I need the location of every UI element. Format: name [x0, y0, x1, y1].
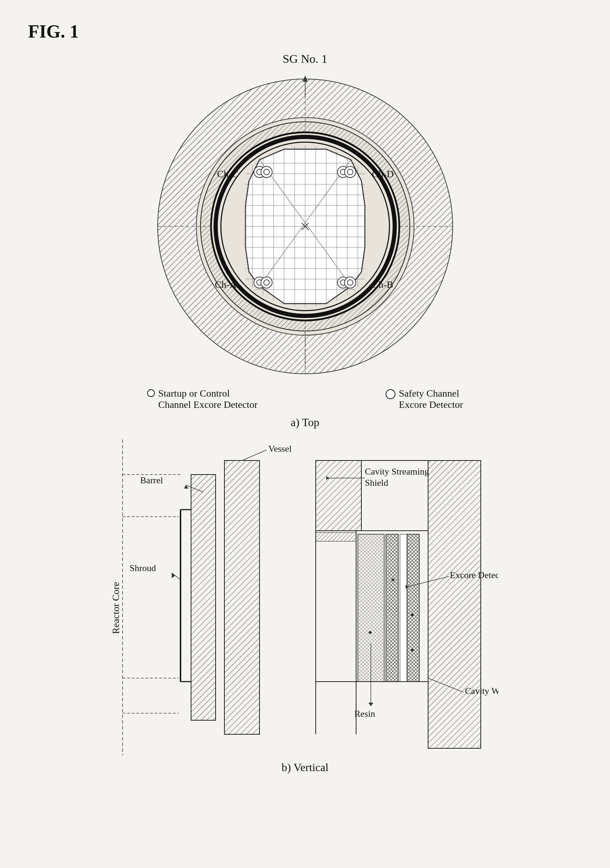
svg-rect-100 [400, 534, 407, 682]
svg-point-57 [264, 280, 269, 285]
vertical-diagram-svg: Reactor Core Vessel Barrel Shroud [112, 439, 498, 755]
svg-text:Ch-B: Ch-B [372, 279, 393, 290]
svg-text:Cavity Streaming: Cavity Streaming [365, 467, 429, 477]
svg-line-85 [242, 450, 267, 460]
a-label: a) Top [291, 416, 320, 429]
svg-text:Ch-A: Ch-A [214, 279, 237, 290]
svg-text:Reactor Core: Reactor Core [112, 582, 121, 634]
svg-rect-101 [407, 534, 419, 682]
svg-rect-84 [224, 460, 259, 734]
svg-marker-91 [172, 573, 175, 578]
svg-text:Vessel: Vessel [268, 444, 292, 454]
top-diagram-container: SG No. 1 [28, 52, 582, 429]
legend-safety: Safety Channel Excore Detector [386, 388, 463, 410]
svg-text:Shield: Shield [365, 478, 388, 488]
legend-row: Startup or Control Channel Excore Detect… [147, 388, 463, 410]
top-diagram-svg: Ch-C Ch-D Ch-A Ch-B [147, 68, 463, 384]
svg-point-53 [347, 169, 353, 175]
b-label: b) Vertical [282, 761, 329, 774]
figure-title: FIG. 1 [28, 21, 582, 42]
legend-startup-text: Startup or Control Channel Excore Detect… [158, 388, 258, 410]
svg-rect-83 [191, 474, 216, 720]
svg-text:Ch-D: Ch-D [372, 169, 394, 179]
legend-startup: Startup or Control Channel Excore Detect… [147, 388, 258, 410]
top-diagram-wrapper: Ch-C Ch-D Ch-A Ch-B [147, 68, 463, 384]
svg-rect-103 [316, 532, 356, 541]
svg-text:Cavity Wall: Cavity Wall [465, 686, 498, 696]
svg-rect-98 [428, 460, 481, 748]
svg-text:Barrel: Barrel [140, 475, 163, 485]
svg-point-118 [411, 614, 414, 616]
svg-point-119 [411, 649, 414, 651]
svg-text:Resin: Resin [354, 708, 375, 719]
legend-circle-startup [147, 389, 155, 397]
legend-circle-safety [386, 389, 396, 399]
svg-text:Excore Detector: Excore Detector [450, 570, 498, 580]
page: FIG. 1 SG No. 1 [0, 0, 610, 868]
legend-safety-text: Safety Channel Excore Detector [399, 388, 463, 410]
svg-rect-99 [386, 534, 398, 682]
svg-point-61 [347, 280, 353, 285]
svg-text:Shroud: Shroud [130, 563, 156, 573]
sg-label: SG No. 1 [283, 52, 328, 66]
svg-marker-113 [368, 703, 373, 706]
svg-point-120 [369, 631, 371, 634]
svg-point-49 [264, 169, 269, 175]
svg-text:Ch-C: Ch-C [217, 169, 239, 179]
svg-marker-88 [184, 485, 189, 488]
svg-rect-93 [316, 460, 362, 531]
vertical-diagram-container: Reactor Core Vessel Barrel Shroud [28, 439, 582, 774]
svg-point-117 [391, 578, 394, 581]
